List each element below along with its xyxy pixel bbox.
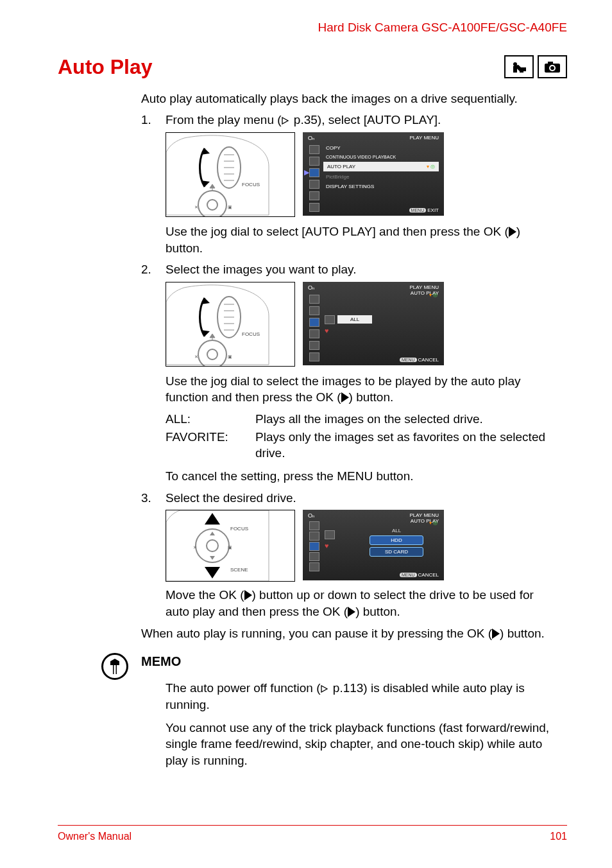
page-footer: Owner's Manual 101 [58,825,567,842]
step3-text: Select the desired drive. [166,490,567,507]
menu-item-cvp: CONTINUOUS VIDEO PLAYBACK [323,153,439,161]
play-triangle-icon-3 [244,590,252,600]
mode-dots: ▾ ◎ [429,292,438,298]
all-icon [325,315,335,324]
svg-point-5 [550,66,554,70]
scene-label: SCENE [230,567,248,573]
play-menu-screenshot: On PLAY MENU ▶ COPY CONTINUOUS VIDEO PLA… [303,132,444,216]
autoplay-select-screenshot: On PLAY MENU AUTO PLAY ▾ ◎ ALL ♥ MENUCAN… [303,282,444,365]
step1-text-b: p.35), select [AUTO PLAY]. [291,113,441,126]
figure-row-2: ✕ ▣ FOCUS On PLAY MENU AUTO PLAY ▾ ◎ [166,282,567,367]
memo-paragraph-1: The auto power off function ( p.113) is … [166,680,563,713]
menu-left-icon-strip-3 [309,521,319,571]
favorite-heart-icon-2: ♥ [325,542,329,550]
figure-row-3: ✕ ▣ FOCUS SCENE On PLAY MENU AUTO PLAY ▾… [166,510,567,580]
menu-item-display: DISPLAY SETTINGS [323,182,439,191]
jog-dial-illustration-rotate: ✕ ▣ FOCUS [166,132,295,217]
on-indicator: On [308,135,314,141]
step2-text: Select the images you want to play. [166,261,567,278]
footer-left: Owner's Manual [58,831,132,842]
play-triangle-icon-2 [341,392,349,403]
menu-left-icon-strip [309,145,319,212]
all-icon-2 [325,530,335,539]
favorite-heart-icon: ♥ [325,327,329,334]
jog-dial-illustration-updown: ✕ ▣ FOCUS SCENE [166,510,295,582]
svg-point-27 [207,540,218,551]
play-triangle-icon-4 [348,607,355,617]
svg-text:✕: ✕ [193,545,197,550]
memo-icon [101,653,128,680]
submenu-all-selected: ALL [337,315,372,324]
svg-text:▣: ▣ [228,205,232,209]
step1-instruction: Use the jog dial to select [AUTO PLAY] a… [166,223,561,256]
step2-instruction: Use the jog dial to select the images to… [166,373,561,406]
svg-text:▣: ▣ [228,354,232,359]
drive-opt-hdd-selected: HDD [370,535,423,545]
memo-paragraph-2: You cannot use any of the trick playback… [166,720,563,769]
menu-item-autoplay-selected: AUTO PLAY ▾ ◎ [323,162,439,171]
menu-footer-exit: MENUEXIT [409,207,439,213]
step3-instruction: Move the OK () button up or down to sele… [166,587,561,620]
step1-text: From the play menu ( p.35), select [AUTO… [166,112,567,128]
video-mode-icon [504,55,534,78]
svg-text:✕: ✕ [194,354,198,359]
svg-rect-30 [114,665,116,674]
menu-left-icon-strip-2 [309,295,319,361]
svg-point-17 [207,349,217,360]
reference-arrow-icon [282,112,291,120]
footer-page-number: 101 [550,831,567,842]
step2-cancel-note: To cancel the setting, press the MENU bu… [166,468,561,485]
drive-options: ALL HDD SD CARD [355,528,438,557]
def-fav-desc: Plays only the images set as favorites o… [255,429,567,462]
focus-label: FOCUS [242,182,260,187]
menu-footer-cancel-2: MENUCANCEL [400,572,439,578]
def-fav-term: FAVORITE: [166,429,255,462]
menu-item-pictbridge: PictBridge [323,173,439,181]
step1-number: 1. [141,112,166,128]
step3-number: 3. [141,490,166,507]
svg-rect-1 [521,67,526,71]
svg-text:▣: ▣ [228,545,232,550]
focus-label-2: FOCUS [242,331,260,337]
svg-text:✕: ✕ [194,205,198,209]
step1-text-a: From the play menu ( [166,113,282,126]
svg-rect-3 [548,62,553,64]
drive-opt-sdcard: SD CARD [370,547,423,557]
figure-row-1: ✕ ▣ FOCUS On PLAY MENU ▶ [166,132,567,217]
photo-mode-icon [538,55,567,78]
svg-point-7 [207,200,217,210]
svg-point-16 [198,340,226,366]
section-title: Auto Play [58,55,153,79]
pause-note: When auto play is running, you can pause… [141,625,561,642]
on-indicator-3: On [308,512,314,519]
menu-cursor-icon: ▶ [304,168,309,177]
svg-point-6 [198,191,226,216]
play-triangle-icon-5 [492,629,500,639]
memo-heading: MEMO [141,653,567,670]
mode-icons-group [504,55,567,78]
mode-dots-2: ▾ ◎ [429,520,438,526]
drive-select-screenshot: On PLAY MENU AUTO PLAY ▾ ◎ ♥ ALL HDD SD … [303,510,444,580]
header-model-line: Hard Disk Camera GSC-A100FE/GSC-A40FE [58,19,567,36]
step2-number: 2. [141,261,166,278]
submenu-area: ALL ♥ [325,315,372,334]
menu-items-list: COPY CONTINUOUS VIDEO PLAYBACK AUTO PLAY… [323,144,439,191]
drive-opt-all: ALL [392,528,401,534]
jog-dial-illustration-rotate-2: ✕ ▣ FOCUS [166,282,295,367]
def-all-term: ALL: [166,411,255,428]
def-all-desc: Plays all the images on the selected dri… [255,411,567,428]
focus-label-3: FOCUS [230,526,248,532]
menu-item-copy: COPY [323,144,439,152]
on-indicator-2: On [308,284,314,291]
menu-title: PLAY MENU [410,135,439,141]
reference-arrow-icon-2 [321,681,330,688]
intro-text: Auto play automatically plays back the i… [141,91,567,107]
menu-footer-cancel: MENUCANCEL [400,357,439,363]
play-triangle-icon [509,227,516,237]
submenu-icons-col: ♥ [325,530,337,550]
